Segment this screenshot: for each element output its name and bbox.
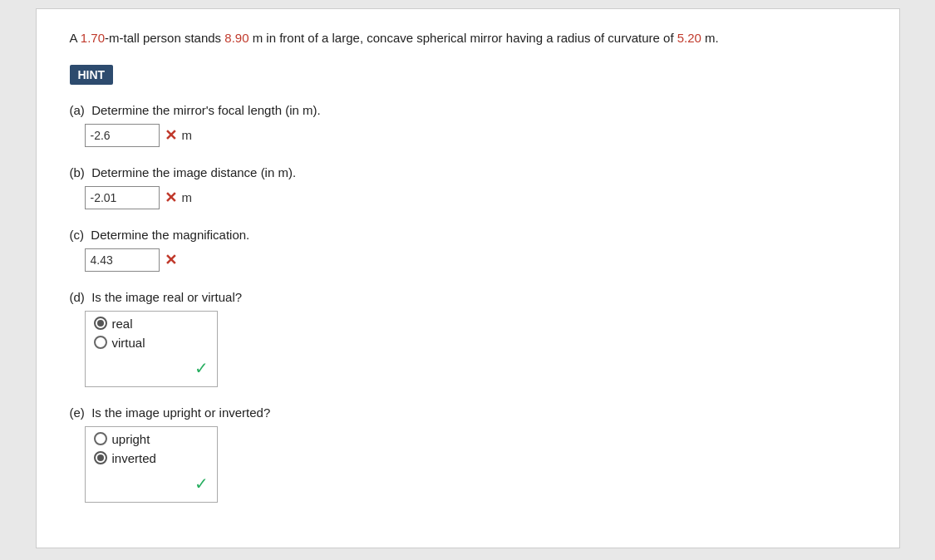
part-d-radio-real[interactable] bbox=[94, 317, 107, 330]
part-d-label-virtual: virtual bbox=[112, 336, 145, 350]
part-b-wrong-icon: ✕ bbox=[165, 189, 177, 207]
part-c-input[interactable] bbox=[85, 248, 160, 272]
part-e-radio-group: upright inverted ✓ bbox=[85, 426, 866, 503]
part-e-radio-inverted[interactable] bbox=[94, 451, 107, 464]
part-b-letter: (b) bbox=[70, 165, 85, 179]
part-e-radio-box: upright inverted ✓ bbox=[85, 426, 218, 503]
part-c-label: (c) Determine the magnification. bbox=[70, 228, 866, 242]
radius-value: 5.20 bbox=[677, 31, 701, 45]
part-c-input-row: ✕ bbox=[85, 248, 866, 272]
problem-text-2: m in front of a large, concave spherical… bbox=[249, 31, 677, 45]
part-a-input[interactable] bbox=[85, 124, 160, 147]
part-b-input[interactable] bbox=[85, 186, 160, 209]
part-a-wrong-icon: ✕ bbox=[165, 126, 177, 145]
part-c-question: Determine the magnification. bbox=[91, 228, 249, 242]
distance-value: 8.90 bbox=[224, 31, 249, 45]
part-d-checkmark: ✓ bbox=[94, 358, 209, 378]
part-d: (d) Is the image real or virtual? real v… bbox=[70, 290, 866, 387]
part-e-checkmark: ✓ bbox=[94, 474, 209, 494]
height-value: 1.70 bbox=[81, 31, 105, 45]
part-a: (a) Determine the mirror's focal length … bbox=[70, 103, 866, 147]
problem-text-3: m. bbox=[701, 31, 719, 45]
part-c-letter: (c) bbox=[70, 228, 85, 242]
hint-button[interactable]: HINT bbox=[70, 65, 114, 85]
part-e-label-inverted: inverted bbox=[112, 451, 156, 465]
part-e-option-upright[interactable]: upright bbox=[94, 432, 209, 446]
part-d-label-real: real bbox=[112, 317, 133, 331]
part-c: (c) Determine the magnification. ✕ bbox=[70, 228, 866, 272]
part-d-letter: (d) bbox=[70, 290, 85, 304]
problem-text-1: -m-tall person stands bbox=[105, 31, 224, 45]
part-d-radio-group: real virtual ✓ bbox=[85, 311, 866, 387]
part-d-question: Is the image real or virtual? bbox=[91, 290, 242, 304]
part-e-letter: (e) bbox=[70, 405, 85, 420]
part-d-option-real[interactable]: real bbox=[94, 317, 209, 331]
part-c-wrong-icon: ✕ bbox=[165, 251, 177, 269]
part-d-option-virtual[interactable]: virtual bbox=[94, 336, 209, 350]
part-d-radio-box: real virtual ✓ bbox=[85, 311, 218, 387]
part-a-input-row: ✕ m bbox=[85, 124, 866, 147]
part-e-label: (e) Is the image upright or inverted? bbox=[70, 405, 866, 420]
problem-text: A 1.70-m-tall person stands 8.90 m in fr… bbox=[70, 29, 866, 48]
page-container: A 1.70-m-tall person stands 8.90 m in fr… bbox=[36, 8, 900, 548]
part-b-label: (b) Determine the image distance (in m). bbox=[70, 165, 866, 179]
part-e-question: Is the image upright or inverted? bbox=[91, 405, 270, 420]
part-a-question: Determine the mirror's focal length (in … bbox=[91, 103, 320, 117]
part-e-radio-upright[interactable] bbox=[94, 432, 107, 445]
part-e-label-upright: upright bbox=[112, 432, 150, 446]
part-e: (e) Is the image upright or inverted? up… bbox=[70, 405, 866, 503]
part-b-unit: m bbox=[182, 190, 193, 204]
part-a-label: (a) Determine the mirror's focal length … bbox=[70, 103, 866, 117]
part-d-label: (d) Is the image real or virtual? bbox=[70, 290, 866, 304]
part-b-question: Determine the image distance (in m). bbox=[91, 165, 296, 179]
part-a-letter: (a) bbox=[70, 103, 85, 117]
part-e-option-inverted[interactable]: inverted bbox=[94, 451, 209, 465]
part-d-radio-virtual[interactable] bbox=[94, 336, 107, 349]
part-a-unit: m bbox=[182, 128, 193, 142]
part-b-input-row: ✕ m bbox=[85, 186, 866, 209]
part-b: (b) Determine the image distance (in m).… bbox=[70, 165, 866, 209]
